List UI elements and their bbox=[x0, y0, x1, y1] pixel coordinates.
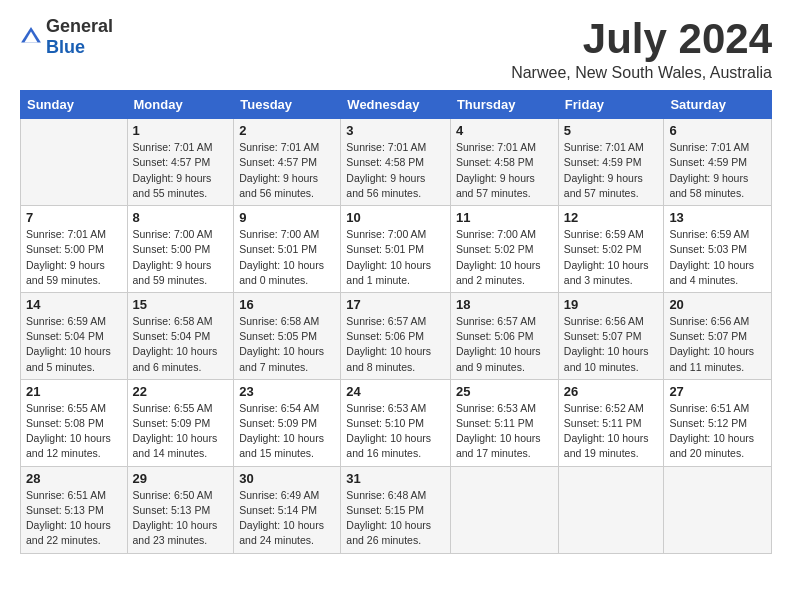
day-number: 18 bbox=[456, 297, 553, 312]
day-number: 4 bbox=[456, 123, 553, 138]
weekday-header-row: SundayMondayTuesdayWednesdayThursdayFrid… bbox=[21, 91, 772, 119]
calendar-cell: 14Sunrise: 6:59 AMSunset: 5:04 PMDayligh… bbox=[21, 292, 128, 379]
day-info: Sunrise: 7:00 AMSunset: 5:00 PMDaylight:… bbox=[133, 227, 229, 288]
week-row-4: 21Sunrise: 6:55 AMSunset: 5:08 PMDayligh… bbox=[21, 379, 772, 466]
day-number: 28 bbox=[26, 471, 122, 486]
calendar-cell: 5Sunrise: 7:01 AMSunset: 4:59 PMDaylight… bbox=[558, 119, 664, 206]
day-info: Sunrise: 6:58 AMSunset: 5:04 PMDaylight:… bbox=[133, 314, 229, 375]
calendar-cell bbox=[664, 466, 772, 553]
calendar-cell: 29Sunrise: 6:50 AMSunset: 5:13 PMDayligh… bbox=[127, 466, 234, 553]
week-row-3: 14Sunrise: 6:59 AMSunset: 5:04 PMDayligh… bbox=[21, 292, 772, 379]
day-info: Sunrise: 7:01 AMSunset: 4:59 PMDaylight:… bbox=[564, 140, 659, 201]
weekday-header-tuesday: Tuesday bbox=[234, 91, 341, 119]
day-info: Sunrise: 6:59 AMSunset: 5:04 PMDaylight:… bbox=[26, 314, 122, 375]
day-number: 27 bbox=[669, 384, 766, 399]
calendar-cell: 25Sunrise: 6:53 AMSunset: 5:11 PMDayligh… bbox=[450, 379, 558, 466]
logo-general: General bbox=[46, 16, 113, 36]
day-info: Sunrise: 7:01 AMSunset: 4:57 PMDaylight:… bbox=[133, 140, 229, 201]
day-number: 5 bbox=[564, 123, 659, 138]
day-number: 25 bbox=[456, 384, 553, 399]
calendar-cell bbox=[450, 466, 558, 553]
day-info: Sunrise: 7:00 AMSunset: 5:01 PMDaylight:… bbox=[239, 227, 335, 288]
calendar-cell: 12Sunrise: 6:59 AMSunset: 5:02 PMDayligh… bbox=[558, 206, 664, 293]
day-number: 14 bbox=[26, 297, 122, 312]
calendar-cell: 9Sunrise: 7:00 AMSunset: 5:01 PMDaylight… bbox=[234, 206, 341, 293]
day-number: 8 bbox=[133, 210, 229, 225]
day-info: Sunrise: 7:01 AMSunset: 4:58 PMDaylight:… bbox=[456, 140, 553, 201]
calendar-cell: 10Sunrise: 7:00 AMSunset: 5:01 PMDayligh… bbox=[341, 206, 451, 293]
calendar-cell: 21Sunrise: 6:55 AMSunset: 5:08 PMDayligh… bbox=[21, 379, 128, 466]
day-info: Sunrise: 6:56 AMSunset: 5:07 PMDaylight:… bbox=[564, 314, 659, 375]
main-title: July 2024 bbox=[511, 16, 772, 62]
calendar-cell: 24Sunrise: 6:53 AMSunset: 5:10 PMDayligh… bbox=[341, 379, 451, 466]
weekday-header-wednesday: Wednesday bbox=[341, 91, 451, 119]
calendar-cell: 8Sunrise: 7:00 AMSunset: 5:00 PMDaylight… bbox=[127, 206, 234, 293]
day-info: Sunrise: 6:58 AMSunset: 5:05 PMDaylight:… bbox=[239, 314, 335, 375]
day-info: Sunrise: 6:55 AMSunset: 5:09 PMDaylight:… bbox=[133, 401, 229, 462]
calendar-cell: 6Sunrise: 7:01 AMSunset: 4:59 PMDaylight… bbox=[664, 119, 772, 206]
day-number: 24 bbox=[346, 384, 445, 399]
day-number: 29 bbox=[133, 471, 229, 486]
day-number: 17 bbox=[346, 297, 445, 312]
day-number: 13 bbox=[669, 210, 766, 225]
day-number: 19 bbox=[564, 297, 659, 312]
calendar-cell: 28Sunrise: 6:51 AMSunset: 5:13 PMDayligh… bbox=[21, 466, 128, 553]
day-info: Sunrise: 6:48 AMSunset: 5:15 PMDaylight:… bbox=[346, 488, 445, 549]
calendar-cell: 17Sunrise: 6:57 AMSunset: 5:06 PMDayligh… bbox=[341, 292, 451, 379]
calendar-cell: 18Sunrise: 6:57 AMSunset: 5:06 PMDayligh… bbox=[450, 292, 558, 379]
day-info: Sunrise: 6:50 AMSunset: 5:13 PMDaylight:… bbox=[133, 488, 229, 549]
calendar-cell bbox=[558, 466, 664, 553]
logo: General Blue bbox=[20, 16, 113, 58]
calendar-cell: 3Sunrise: 7:01 AMSunset: 4:58 PMDaylight… bbox=[341, 119, 451, 206]
day-info: Sunrise: 7:00 AMSunset: 5:01 PMDaylight:… bbox=[346, 227, 445, 288]
weekday-header-sunday: Sunday bbox=[21, 91, 128, 119]
day-info: Sunrise: 6:52 AMSunset: 5:11 PMDaylight:… bbox=[564, 401, 659, 462]
day-number: 11 bbox=[456, 210, 553, 225]
calendar-cell: 4Sunrise: 7:01 AMSunset: 4:58 PMDaylight… bbox=[450, 119, 558, 206]
day-number: 7 bbox=[26, 210, 122, 225]
day-info: Sunrise: 7:01 AMSunset: 4:59 PMDaylight:… bbox=[669, 140, 766, 201]
day-info: Sunrise: 6:54 AMSunset: 5:09 PMDaylight:… bbox=[239, 401, 335, 462]
day-info: Sunrise: 6:56 AMSunset: 5:07 PMDaylight:… bbox=[669, 314, 766, 375]
day-info: Sunrise: 7:01 AMSunset: 5:00 PMDaylight:… bbox=[26, 227, 122, 288]
title-section: July 2024 Narwee, New South Wales, Austr… bbox=[511, 16, 772, 82]
day-info: Sunrise: 6:51 AMSunset: 5:13 PMDaylight:… bbox=[26, 488, 122, 549]
calendar-table: SundayMondayTuesdayWednesdayThursdayFrid… bbox=[20, 90, 772, 553]
day-info: Sunrise: 7:01 AMSunset: 4:57 PMDaylight:… bbox=[239, 140, 335, 201]
weekday-header-thursday: Thursday bbox=[450, 91, 558, 119]
calendar-cell: 30Sunrise: 6:49 AMSunset: 5:14 PMDayligh… bbox=[234, 466, 341, 553]
day-number: 10 bbox=[346, 210, 445, 225]
day-number: 15 bbox=[133, 297, 229, 312]
day-number: 12 bbox=[564, 210, 659, 225]
logo-icon bbox=[20, 26, 42, 48]
day-info: Sunrise: 6:49 AMSunset: 5:14 PMDaylight:… bbox=[239, 488, 335, 549]
day-number: 20 bbox=[669, 297, 766, 312]
calendar-cell: 11Sunrise: 7:00 AMSunset: 5:02 PMDayligh… bbox=[450, 206, 558, 293]
weekday-header-friday: Friday bbox=[558, 91, 664, 119]
day-info: Sunrise: 7:01 AMSunset: 4:58 PMDaylight:… bbox=[346, 140, 445, 201]
calendar-cell: 2Sunrise: 7:01 AMSunset: 4:57 PMDaylight… bbox=[234, 119, 341, 206]
day-number: 23 bbox=[239, 384, 335, 399]
week-row-1: 1Sunrise: 7:01 AMSunset: 4:57 PMDaylight… bbox=[21, 119, 772, 206]
day-number: 3 bbox=[346, 123, 445, 138]
calendar-cell: 20Sunrise: 6:56 AMSunset: 5:07 PMDayligh… bbox=[664, 292, 772, 379]
calendar-cell bbox=[21, 119, 128, 206]
logo-blue: Blue bbox=[46, 37, 85, 57]
day-number: 22 bbox=[133, 384, 229, 399]
day-info: Sunrise: 6:57 AMSunset: 5:06 PMDaylight:… bbox=[346, 314, 445, 375]
header: General Blue July 2024 Narwee, New South… bbox=[20, 16, 772, 82]
day-number: 31 bbox=[346, 471, 445, 486]
calendar-cell: 27Sunrise: 6:51 AMSunset: 5:12 PMDayligh… bbox=[664, 379, 772, 466]
day-info: Sunrise: 6:55 AMSunset: 5:08 PMDaylight:… bbox=[26, 401, 122, 462]
day-info: Sunrise: 6:53 AMSunset: 5:10 PMDaylight:… bbox=[346, 401, 445, 462]
day-number: 6 bbox=[669, 123, 766, 138]
day-number: 9 bbox=[239, 210, 335, 225]
day-info: Sunrise: 6:53 AMSunset: 5:11 PMDaylight:… bbox=[456, 401, 553, 462]
week-row-5: 28Sunrise: 6:51 AMSunset: 5:13 PMDayligh… bbox=[21, 466, 772, 553]
calendar-cell: 7Sunrise: 7:01 AMSunset: 5:00 PMDaylight… bbox=[21, 206, 128, 293]
day-number: 26 bbox=[564, 384, 659, 399]
calendar-cell: 23Sunrise: 6:54 AMSunset: 5:09 PMDayligh… bbox=[234, 379, 341, 466]
day-number: 16 bbox=[239, 297, 335, 312]
day-info: Sunrise: 6:57 AMSunset: 5:06 PMDaylight:… bbox=[456, 314, 553, 375]
calendar-cell: 15Sunrise: 6:58 AMSunset: 5:04 PMDayligh… bbox=[127, 292, 234, 379]
